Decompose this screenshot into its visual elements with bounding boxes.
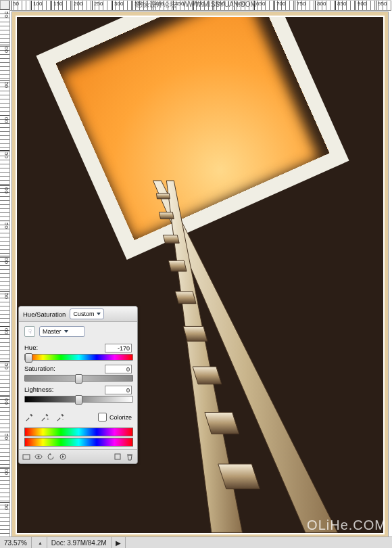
svg-text:+: +	[47, 417, 49, 421]
ruler-vertical[interactable]: 500050005000500050005000500050	[0, 9, 10, 537]
layer-icon[interactable]	[22, 452, 31, 461]
watermark: OLiHe.COM	[307, 518, 387, 533]
hue-label: Hue:	[24, 344, 38, 351]
svg-marker-9	[205, 413, 239, 434]
svg-rect-17	[115, 454, 120, 459]
app-window: 思缘设计论坛 - WWW.MISSYUAN.COM 50100150200250…	[0, 0, 392, 548]
eyedropper-subtract-icon[interactable]: -	[55, 412, 66, 422]
targeted-adjustment-icon[interactable]: ☟	[24, 326, 35, 337]
eyedropper-icon[interactable]	[24, 412, 34, 422]
clip-icon[interactable]	[113, 452, 122, 461]
svg-marker-10	[218, 464, 260, 489]
svg-rect-13	[23, 455, 30, 459]
saturation-input[interactable]	[105, 365, 132, 373]
ruler-origin[interactable]	[0, 0, 9, 9]
svg-point-15	[38, 456, 40, 458]
panel-footer	[19, 449, 137, 463]
hue-spectrum-bottom	[24, 438, 133, 447]
hue-spectrum-top	[24, 428, 133, 436]
reset-icon[interactable]	[46, 452, 55, 461]
zoom-level[interactable]: 73.57%	[0, 537, 32, 548]
svg-marker-7	[183, 326, 207, 341]
preset-dropdown[interactable]: Custom	[70, 309, 104, 319]
visibility-icon[interactable]	[34, 452, 43, 461]
svg-text:-: -	[62, 417, 64, 421]
ruler-horizontal[interactable]: 5010015020025030035040045050055060065070…	[9, 0, 391, 11]
svg-marker-6	[175, 292, 196, 304]
doc-size[interactable]: Doc: 3.97M/84.2M	[47, 537, 112, 548]
lightness-slider[interactable]	[24, 396, 132, 403]
ceiling-opening	[36, 16, 349, 260]
svg-marker-8	[193, 367, 222, 384]
status-menu[interactable]: ▶	[112, 537, 126, 548]
colorize-checkbox[interactable]: Colorize	[98, 413, 132, 421]
lightness-label: Lightness:	[24, 386, 53, 393]
hue-saturation-panel[interactable]: Hue/Saturation Custom ☟ Master Hue: Satu…	[18, 306, 138, 464]
eyedropper-add-icon[interactable]: +	[40, 412, 50, 422]
channel-dropdown[interactable]: Master	[39, 326, 85, 337]
hue-input[interactable]	[105, 344, 132, 352]
panel-titlebar[interactable]: Hue/Saturation Custom	[19, 306, 137, 322]
zoom-stepper[interactable]: ▲	[32, 537, 47, 548]
svg-marker-5	[168, 260, 187, 271]
saturation-label: Saturation:	[24, 365, 55, 372]
status-bar: 73.57% ▲ Doc: 3.97M/84.2M ▶	[0, 536, 392, 548]
trash-icon[interactable]	[125, 452, 134, 461]
previous-icon[interactable]	[58, 452, 68, 461]
panel-body: ☟ Master Hue: Saturation: Lightness:	[19, 322, 137, 449]
lightness-input[interactable]	[105, 386, 132, 394]
hue-slider[interactable]	[24, 354, 132, 361]
saturation-slider[interactable]	[24, 375, 132, 382]
panel-title-text: Hue/Saturation	[23, 311, 66, 318]
